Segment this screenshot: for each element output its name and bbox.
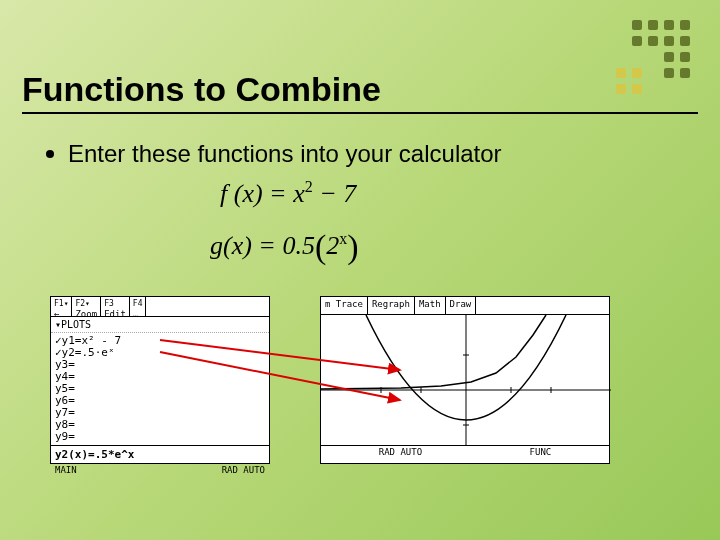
menu-math[interactable]: Math (415, 297, 446, 314)
equation-g: g(x) = 0.5(2x) (210, 228, 359, 266)
selected-entry: y2(x)=.5*e^x (51, 445, 269, 463)
calculator-y-editor: F1▾← F2▾Zoom F3Edit F4… ▾PLOTS ✓y1=x² - … (50, 296, 270, 464)
y5-entry[interactable]: y5= (55, 383, 265, 395)
y4-entry[interactable]: y4= (55, 371, 265, 383)
y-list: ✓y1=x² - 7 ✓y2=.5·eˣ y3= y4= y5= y6= y7=… (51, 333, 269, 445)
slide-title: Functions to Combine (22, 70, 381, 109)
calc-left-menubar: F1▾← F2▾Zoom F3Edit F4… (51, 297, 269, 317)
status-rad: RAD AUTO (222, 465, 265, 475)
menu-f4[interactable]: F4… (130, 297, 147, 316)
y3-entry[interactable]: y3= (55, 359, 265, 371)
calc-left-status: MAIN RAD AUTO (51, 463, 269, 476)
y9-entry[interactable]: y9= (55, 431, 265, 443)
title-underline (22, 112, 698, 114)
y7-entry[interactable]: y7= (55, 407, 265, 419)
equation-f: f (x) = x2 − 7 (220, 178, 356, 209)
graph-plot-area (321, 315, 609, 445)
bullet-item: Enter these functions into your calculat… (46, 140, 502, 168)
y6-entry[interactable]: y6= (55, 395, 265, 407)
status-func: FUNC (530, 447, 552, 457)
menu-f1[interactable]: F1▾← (51, 297, 72, 316)
status-rad-auto: RAD AUTO (379, 447, 422, 457)
calc-right-status: RAD AUTO FUNC (321, 445, 609, 458)
y8-entry[interactable]: y8= (55, 419, 265, 431)
menu-draw[interactable]: Draw (446, 297, 477, 314)
menu-f3[interactable]: F3Edit (101, 297, 130, 316)
calc-right-menubar: m Trace Regraph Math Draw (321, 297, 609, 315)
bullet-icon (46, 150, 54, 158)
menu-trace[interactable]: m Trace (321, 297, 368, 314)
y2-entry[interactable]: ✓y2=.5·eˣ (55, 347, 265, 359)
menu-regraph[interactable]: Regraph (368, 297, 415, 314)
status-main: MAIN (55, 465, 77, 475)
corner-decoration (616, 20, 692, 96)
graph-svg (321, 315, 611, 445)
bullet-text: Enter these functions into your calculat… (68, 140, 502, 168)
plots-label: ▾PLOTS (51, 317, 269, 333)
menu-f2[interactable]: F2▾Zoom (72, 297, 101, 316)
calculator-graph: m Trace Regraph Math Draw RAD AUTO FUNC (320, 296, 610, 464)
